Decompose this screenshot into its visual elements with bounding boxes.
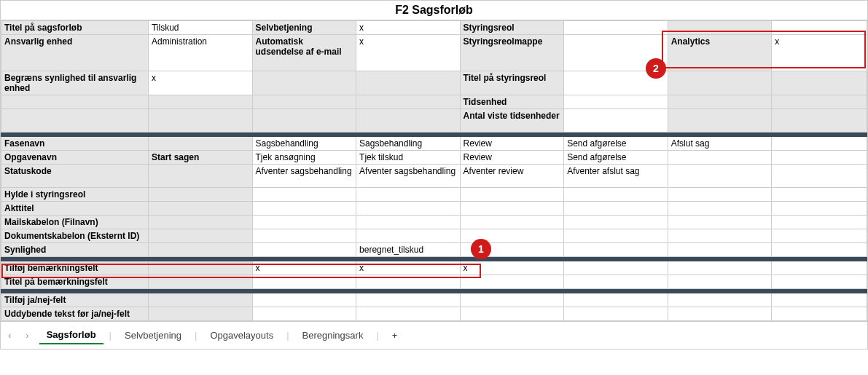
cell[interactable] bbox=[772, 293, 867, 307]
cell[interactable]: Begræns synlighed til ansvarlig enhed bbox=[1, 71, 149, 95]
cell[interactable] bbox=[356, 229, 461, 243]
cell[interactable] bbox=[772, 307, 867, 321]
cell[interactable]: Statuskode bbox=[1, 165, 149, 188]
cell[interactable] bbox=[564, 307, 668, 321]
cell[interactable] bbox=[772, 71, 867, 95]
cell[interactable]: Tjek ansøgning bbox=[252, 151, 356, 165]
cell[interactable] bbox=[668, 71, 772, 95]
cell[interactable]: Afventer sagsbehandling bbox=[356, 165, 461, 188]
cell[interactable] bbox=[460, 216, 564, 229]
cell[interactable]: Analytics bbox=[668, 35, 772, 71]
cell[interactable]: x bbox=[460, 261, 564, 275]
add-sheet-button[interactable]: + bbox=[385, 327, 405, 344]
cell[interactable] bbox=[668, 243, 772, 257]
cell[interactable]: Dokumentskabelon (Eksternt ID) bbox=[1, 229, 149, 243]
cell[interactable]: Tilskud bbox=[148, 21, 252, 35]
cell[interactable] bbox=[564, 229, 668, 243]
cell[interactable] bbox=[564, 95, 668, 109]
cell[interactable]: Administration bbox=[148, 35, 252, 71]
cell[interactable] bbox=[564, 35, 668, 71]
cell[interactable]: x bbox=[356, 261, 461, 275]
cell[interactable]: Review bbox=[460, 137, 564, 151]
cell[interactable] bbox=[252, 109, 356, 133]
cell[interactable] bbox=[460, 275, 564, 289]
cell[interactable]: Uddybende tekst før ja/nej-felt bbox=[1, 307, 149, 321]
cell[interactable] bbox=[564, 275, 668, 289]
cell[interactable]: Tidsenhed bbox=[460, 95, 564, 109]
cell[interactable]: Akttitel bbox=[1, 202, 149, 216]
cell[interactable]: Review bbox=[460, 151, 564, 165]
cell[interactable]: Synlighed bbox=[1, 243, 149, 257]
cell[interactable] bbox=[772, 275, 867, 289]
cell[interactable] bbox=[668, 21, 772, 35]
cell[interactable]: Afventer afslut sag bbox=[564, 165, 668, 188]
cell[interactable] bbox=[564, 202, 668, 216]
cell[interactable] bbox=[460, 188, 564, 202]
spreadsheet-grid[interactable]: Titel på sagsforløb Tilskud Selvbetjenin… bbox=[1, 20, 867, 321]
tab-opgavelayouts[interactable]: Opgavelayouts bbox=[203, 327, 281, 344]
cell[interactable] bbox=[668, 293, 772, 307]
cell[interactable] bbox=[772, 229, 867, 243]
cell[interactable]: Styringsreol bbox=[460, 21, 564, 35]
cell[interactable] bbox=[148, 275, 252, 289]
cell[interactable] bbox=[356, 95, 461, 109]
cell[interactable]: Tilføj bemærkningsfelt bbox=[1, 261, 149, 275]
cell[interactable]: Titel på bemærkningsfelt bbox=[1, 275, 149, 289]
cell[interactable] bbox=[252, 95, 356, 109]
tab-beregningsark[interactable]: Beregningsark bbox=[295, 327, 371, 344]
cell[interactable] bbox=[460, 202, 564, 216]
cell[interactable]: x bbox=[356, 21, 461, 35]
cell[interactable]: Sagsbehandling bbox=[252, 137, 356, 151]
cell[interactable] bbox=[148, 293, 252, 307]
cell[interactable]: Hylde i styringsreol bbox=[1, 188, 149, 202]
cell[interactable] bbox=[148, 307, 252, 321]
cell[interactable]: Automatisk udsendelse af e-mail bbox=[252, 35, 356, 71]
cell[interactable] bbox=[356, 71, 461, 95]
cell[interactable] bbox=[148, 216, 252, 229]
cell[interactable]: Opgavenavn bbox=[1, 151, 149, 165]
cell[interactable] bbox=[564, 293, 668, 307]
cell[interactable]: x bbox=[148, 71, 252, 95]
cell[interactable] bbox=[668, 151, 772, 165]
cell[interactable]: Sagsbehandling bbox=[356, 137, 461, 151]
cell[interactable] bbox=[460, 229, 564, 243]
cell[interactable]: Fasenavn bbox=[1, 137, 149, 151]
cell[interactable]: Titel på sagsforløb bbox=[1, 21, 149, 35]
cell[interactable] bbox=[668, 216, 772, 229]
cell[interactable] bbox=[252, 202, 356, 216]
cell[interactable] bbox=[668, 275, 772, 289]
cell[interactable] bbox=[252, 243, 356, 257]
cell[interactable] bbox=[148, 188, 252, 202]
tab-prev-button[interactable]: ‹ bbox=[4, 328, 15, 342]
cell[interactable] bbox=[564, 261, 668, 275]
cell[interactable] bbox=[772, 243, 867, 257]
cell[interactable] bbox=[772, 165, 867, 188]
cell[interactable] bbox=[252, 216, 356, 229]
cell[interactable]: Afslut sag bbox=[668, 137, 772, 151]
cell[interactable] bbox=[148, 137, 252, 151]
cell[interactable] bbox=[460, 243, 564, 257]
cell[interactable]: Titel på styringsreol bbox=[460, 71, 564, 95]
cell[interactable] bbox=[564, 21, 668, 35]
cell[interactable]: Antal viste tidsenheder bbox=[460, 109, 564, 133]
tab-sagsforlob[interactable]: Sagsforløb bbox=[39, 326, 103, 344]
cell[interactable] bbox=[772, 109, 867, 133]
cell[interactable] bbox=[148, 261, 252, 275]
cell[interactable]: Afventer review bbox=[460, 165, 564, 188]
cell[interactable] bbox=[252, 71, 356, 95]
cell[interactable]: Tilføj ja/nej-felt bbox=[1, 293, 149, 307]
cell[interactable] bbox=[564, 71, 668, 95]
cell[interactable]: Start sagen bbox=[148, 151, 252, 165]
cell[interactable] bbox=[148, 243, 252, 257]
cell[interactable] bbox=[668, 165, 772, 188]
cell[interactable] bbox=[356, 216, 461, 229]
cell[interactable] bbox=[460, 293, 564, 307]
cell[interactable] bbox=[564, 188, 668, 202]
cell[interactable] bbox=[356, 188, 461, 202]
cell[interactable] bbox=[668, 307, 772, 321]
cell[interactable] bbox=[460, 307, 564, 321]
cell[interactable] bbox=[668, 261, 772, 275]
cell[interactable] bbox=[772, 261, 867, 275]
cell[interactable] bbox=[772, 151, 867, 165]
cell[interactable] bbox=[668, 95, 772, 109]
